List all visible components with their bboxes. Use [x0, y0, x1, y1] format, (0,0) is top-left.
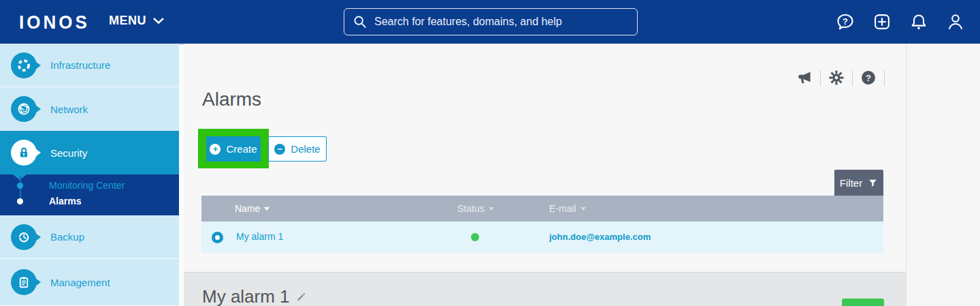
minus-circle-icon: − — [274, 144, 285, 155]
right-gutter — [906, 44, 980, 306]
edit-pencil-icon[interactable] — [295, 291, 307, 303]
menu-button-label: MENU — [109, 14, 146, 28]
column-header-status[interactable]: Status — [457, 196, 494, 221]
sidebar-item-label: Management — [50, 277, 110, 288]
help-chat-icon[interactable]: ? — [836, 12, 855, 31]
user-account-icon[interactable] — [946, 12, 965, 31]
main-content-panel: ? Alarms + Create − Delete Filter Name S… — [184, 44, 906, 306]
sidebar-item-security[interactable]: Security — [0, 131, 179, 174]
settings-gear-icon[interactable] — [827, 68, 846, 87]
ionos-logo[interactable]: IONOS — [19, 11, 90, 33]
add-product-icon[interactable] — [872, 12, 892, 31]
delete-button[interactable]: − Delete — [268, 136, 327, 162]
sort-arrow-icon — [489, 207, 494, 211]
alarm-name-link[interactable]: My alarm 1 — [236, 231, 283, 242]
submenu-item-alarms[interactable]: Alarms — [0, 194, 179, 209]
sidebar-item-backup[interactable]: Backup — [0, 215, 179, 259]
svg-text:?: ? — [866, 73, 871, 83]
plus-circle-icon: + — [210, 144, 220, 155]
search-icon — [353, 14, 368, 29]
menu-button[interactable]: MENU — [109, 14, 165, 28]
bullet-icon — [17, 183, 23, 189]
bullet-icon — [17, 198, 23, 204]
column-label: Status — [457, 203, 485, 214]
help-question-icon[interactable]: ? — [859, 68, 878, 87]
toolbar-divider — [820, 70, 821, 86]
row-radio-selected[interactable] — [212, 232, 223, 243]
network-icon — [11, 96, 37, 122]
management-icon — [11, 269, 37, 295]
column-header-email[interactable]: E-mail — [549, 196, 586, 221]
announcements-megaphone-icon[interactable] — [795, 68, 814, 87]
backup-icon — [11, 224, 37, 250]
toolbar-divider — [852, 70, 853, 86]
sidebar-navigation: Infrastructure Network Security Monitori… — [0, 44, 179, 306]
top-navigation-bar: IONOS MENU ? — [0, 0, 980, 44]
detail-title: My alarm 1 — [202, 286, 290, 306]
chevron-down-icon — [152, 17, 165, 25]
search-input[interactable] — [374, 16, 629, 28]
global-search[interactable] — [344, 8, 638, 35]
alarm-email: john.doe@example.com — [549, 232, 651, 242]
sidebar-item-infrastructure[interactable]: Infrastructure — [0, 44, 179, 87]
sidebar-item-network[interactable]: Network — [0, 87, 179, 131]
sidebar-item-label: Network — [50, 104, 88, 115]
submenu-item-label: Alarms — [49, 196, 81, 206]
filter-button[interactable]: Filter — [834, 170, 883, 196]
sidebar-item-label: Infrastructure — [50, 59, 110, 71]
delete-button-label: Delete — [291, 143, 320, 155]
submenu-item-label: Monitoring Center — [49, 180, 125, 191]
submenu-item-monitoring-center[interactable]: Monitoring Center — [0, 178, 179, 193]
column-label: E-mail — [549, 203, 576, 214]
sidebar-item-label: Backup — [50, 231, 84, 243]
alarm-detail-section: My alarm 1 — [184, 272, 906, 306]
column-label: Name — [235, 203, 260, 214]
sidebar-item-label: Security — [50, 147, 87, 159]
sort-arrow-icon — [264, 207, 270, 211]
filter-button-label: Filter — [840, 177, 862, 189]
status-green-dot — [471, 233, 479, 241]
sort-arrow-icon — [581, 207, 586, 211]
create-button-label: Create — [226, 143, 257, 155]
detail-action-button[interactable] — [842, 299, 884, 306]
page-title: Alarms — [202, 89, 261, 110]
table-row[interactable]: My alarm 1 john.doe@example.com — [201, 221, 883, 253]
table-header: Name Status E-mail — [201, 196, 883, 221]
sidebar-item-management[interactable]: Management — [0, 259, 179, 305]
page-toolbar: ? — [795, 68, 891, 87]
filter-funnel-icon — [868, 178, 878, 188]
infrastructure-icon — [11, 52, 37, 78]
toolbar-divider — [884, 70, 885, 86]
svg-text:?: ? — [843, 16, 848, 27]
security-lock-icon — [11, 140, 37, 166]
security-submenu: Monitoring Center Alarms — [0, 174, 179, 215]
notifications-bell-icon[interactable] — [909, 12, 928, 31]
create-button[interactable]: + Create — [206, 136, 261, 162]
column-header-name[interactable]: Name — [235, 196, 270, 221]
